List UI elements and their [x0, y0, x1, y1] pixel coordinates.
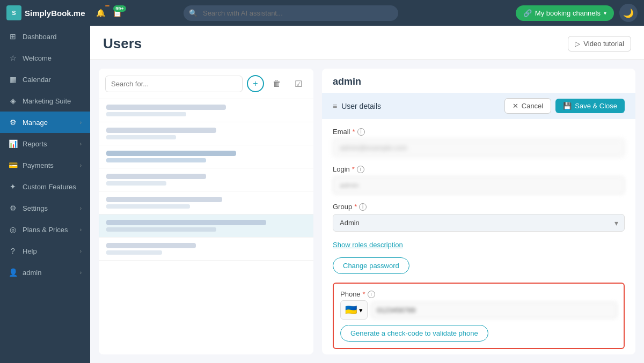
- login-group: Login * i: [333, 165, 625, 194]
- sidebar-item-plans-prices[interactable]: ◎ Plans & Prices ›: [0, 219, 90, 240]
- sidebar-item-dashboard[interactable]: ⊞ Dashboard: [0, 26, 90, 47]
- sidebar-item-custom-features[interactable]: ✦ Custom Features: [0, 176, 90, 197]
- search-area: 🔍: [184, 5, 398, 21]
- sidebar-label-reports: Reports: [23, 140, 75, 148]
- generate-code-button[interactable]: Generate a check-code to validate phone: [340, 325, 488, 342]
- user-list-items: [99, 99, 313, 354]
- sidebar-label-dashboard: Dashboard: [23, 33, 82, 41]
- delete-user-button[interactable]: 🗑: [268, 75, 286, 92]
- search-icon: 🔍: [189, 9, 197, 17]
- bell-icon: 🔔: [96, 9, 105, 17]
- list-item[interactable]: [99, 145, 313, 168]
- layout: ⊞ Dashboard ☆ Welcome ▦ Calendar ◈ Marke…: [0, 26, 644, 363]
- login-info-icon[interactable]: i: [357, 166, 364, 173]
- sidebar-item-manage[interactable]: ⚙ Manage ›: [0, 112, 90, 133]
- help-arrow-icon: ›: [80, 248, 82, 254]
- logo-text: SimplyBook.me: [25, 9, 85, 18]
- group-select-wrap: Admin Manager Staff Receptionist: [333, 214, 625, 232]
- search-input[interactable]: [184, 5, 398, 21]
- detail-section-actions: ✕ Cancel 💾 Save & Close: [504, 98, 625, 114]
- user-search-wrap: [105, 76, 243, 92]
- sidebar-label-payments: Payments: [23, 161, 75, 169]
- sidebar-item-welcome[interactable]: ☆ Welcome: [0, 47, 90, 69]
- tasks-badge: 99+: [113, 5, 126, 12]
- email-input[interactable]: [333, 139, 625, 157]
- sidebar-label-admin: admin: [23, 269, 75, 277]
- reports-arrow-icon: ›: [80, 141, 82, 147]
- theme-toggle-button[interactable]: 🌙: [619, 4, 638, 22]
- logo-icon: S: [6, 5, 21, 20]
- sidebar-item-payments[interactable]: 💳 Payments ›: [0, 154, 90, 176]
- group-info-icon[interactable]: i: [359, 203, 367, 211]
- change-password-button[interactable]: Change password: [333, 257, 409, 274]
- reports-icon: 📊: [9, 139, 17, 148]
- generate-code-wrap: Generate a check-code to validate phone: [340, 325, 617, 342]
- email-info-icon[interactable]: i: [357, 128, 365, 136]
- ukraine-flag: 🇺🇦: [345, 304, 357, 316]
- phone-info-icon[interactable]: i: [368, 291, 375, 298]
- list-item[interactable]: [99, 99, 313, 122]
- admin-arrow-icon: ›: [80, 270, 82, 276]
- x-icon: ✕: [513, 102, 518, 110]
- sidebar-item-marketing[interactable]: ◈ Marketing Suite: [0, 90, 90, 112]
- sliders-icon: ≡: [333, 102, 337, 110]
- cancel-button[interactable]: ✕ Cancel: [504, 98, 551, 114]
- login-input[interactable]: [333, 176, 625, 194]
- checkbox-icon: ☑: [295, 79, 302, 89]
- search-wrap: 🔍: [184, 5, 398, 21]
- login-label: Login * i: [333, 165, 625, 173]
- plus-icon: +: [253, 79, 258, 88]
- select-all-button[interactable]: ☑: [290, 75, 307, 92]
- notification-bell[interactable]: 🔔: [96, 9, 105, 17]
- topbar-icons: 🔔 📋 99+: [96, 9, 122, 17]
- group-required-star: *: [354, 203, 357, 211]
- settings-arrow-icon: ›: [80, 205, 82, 211]
- user-search-input[interactable]: [105, 76, 243, 92]
- play-icon: ▷: [575, 40, 580, 48]
- notification-badge: [105, 5, 109, 6]
- list-item[interactable]: [99, 122, 313, 145]
- list-item[interactable]: [99, 238, 313, 261]
- user-list-panel: + 🗑 ☑: [99, 69, 313, 354]
- tasks-icon-wrap[interactable]: 📋 99+: [113, 9, 122, 17]
- sidebar-label-manage: Manage: [23, 118, 75, 127]
- topbar: S SimplyBook.me 🔔 📋 99+ 🔍 🔗 My booking c…: [0, 0, 644, 26]
- section-title-text: User details: [341, 102, 381, 110]
- phone-label: Phone * i: [340, 290, 617, 298]
- list-item[interactable]: [99, 214, 313, 238]
- sidebar-label-plans: Plans & Prices: [23, 226, 75, 234]
- show-roles-link[interactable]: Show roles description: [333, 241, 403, 249]
- sidebar-label-marketing: Marketing Suite: [23, 97, 82, 105]
- list-item[interactable]: [99, 168, 313, 191]
- phone-flag-select[interactable]: 🇺🇦 ▾: [340, 300, 368, 320]
- booking-button-label: My booking channels: [535, 9, 601, 17]
- booking-channels-button[interactable]: 🔗 My booking channels ▾: [516, 5, 614, 21]
- sidebar-item-reports[interactable]: 📊 Reports ›: [0, 133, 90, 154]
- phone-group: Phone * i 🇺🇦 ▾ Generate a c: [333, 283, 625, 349]
- link-icon: 🔗: [523, 9, 532, 17]
- group-select[interactable]: Admin Manager Staff Receptionist: [333, 214, 625, 232]
- logo: S SimplyBook.me: [6, 5, 85, 20]
- email-required-star: *: [353, 128, 355, 136]
- manage-icon: ⚙: [9, 118, 17, 127]
- save-icon: 💾: [563, 102, 572, 110]
- video-tutorial-button[interactable]: ▷ Video tutorial: [568, 36, 631, 51]
- admin-icon: 👤: [9, 268, 17, 277]
- change-password-wrap: Change password: [333, 257, 625, 274]
- main-header: Users ▷ Video tutorial: [90, 26, 644, 60]
- email-group: Email * i: [333, 128, 625, 157]
- sidebar-item-calendar[interactable]: ▦ Calendar: [0, 69, 90, 90]
- sidebar: ⊞ Dashboard ☆ Welcome ▦ Calendar ◈ Marke…: [0, 26, 90, 363]
- sidebar-item-help[interactable]: ? Help ›: [0, 240, 90, 262]
- welcome-icon: ☆: [9, 54, 17, 62]
- detail-section-bar: ≡ User details ✕ Cancel 💾 Save & Close: [322, 93, 635, 119]
- content-area: + 🗑 ☑: [90, 60, 644, 363]
- add-user-button[interactable]: +: [247, 75, 264, 92]
- save-close-button[interactable]: 💾 Save & Close: [555, 99, 625, 113]
- video-tutorial-label: Video tutorial: [583, 40, 624, 48]
- phone-input[interactable]: [371, 302, 617, 318]
- sidebar-item-settings[interactable]: ⚙ Settings ›: [0, 197, 90, 219]
- detail-header: admin: [322, 69, 635, 93]
- sidebar-item-admin[interactable]: 👤 admin ›: [0, 262, 90, 283]
- list-item[interactable]: [99, 191, 313, 214]
